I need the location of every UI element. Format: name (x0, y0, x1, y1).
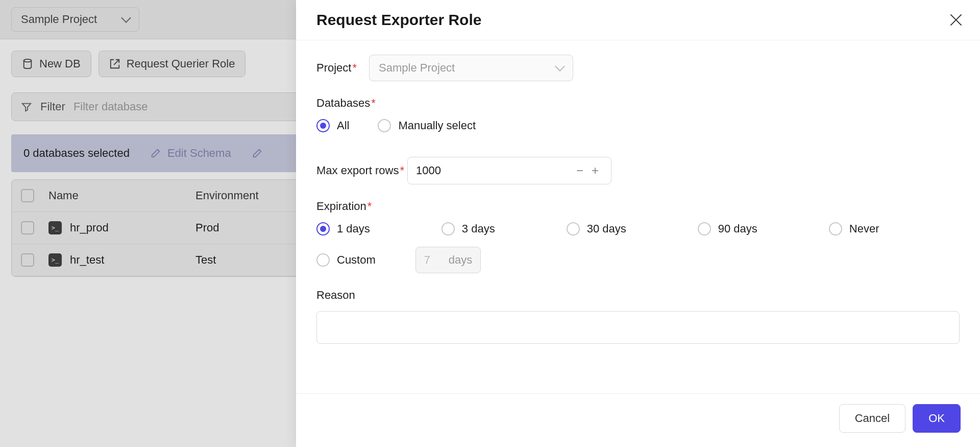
reason-row: Reason (316, 289, 960, 344)
radio-icon (316, 253, 330, 267)
radio-icon (567, 222, 580, 236)
project-select-value: Sample Project (379, 61, 455, 75)
radio-1day-label: 1 days (337, 222, 370, 236)
radio-never[interactable]: Never (829, 222, 879, 236)
databases-label: Databases* (316, 97, 376, 109)
required-mark: * (371, 97, 376, 109)
panel-footer: Cancel OK (296, 393, 980, 447)
radio-manual-label: Manually select (398, 119, 476, 132)
chevron-down-icon (555, 61, 565, 72)
panel-header: Request Exporter Role (296, 0, 980, 40)
databases-radio-group: All Manually select (316, 119, 960, 132)
custom-days-input[interactable]: 7 days (415, 247, 481, 273)
radio-icon (316, 222, 330, 236)
minus-icon[interactable]: − (572, 163, 587, 178)
project-row: Project* Sample Project (316, 55, 960, 81)
radio-1day[interactable]: 1 days (316, 222, 370, 236)
expiration-radio-group: 1 days 3 days 30 days 90 days Never (316, 222, 960, 236)
radio-3days[interactable]: 3 days (442, 222, 495, 236)
expiration-label-text: Expiration (316, 200, 366, 213)
ok-button[interactable]: OK (913, 404, 961, 433)
required-mark: * (400, 164, 404, 177)
radio-icon (698, 222, 711, 236)
radio-custom[interactable]: Custom (316, 253, 376, 267)
project-label: Project* (316, 61, 357, 75)
radio-never-label: Never (849, 222, 879, 236)
databases-label-text: Databases (316, 97, 370, 109)
project-label-text: Project (316, 61, 351, 74)
custom-days-unit: days (449, 253, 472, 267)
cancel-button[interactable]: Cancel (839, 404, 905, 433)
plus-icon[interactable]: + (587, 163, 603, 178)
close-icon[interactable] (949, 13, 963, 27)
expiration-label: Expiration* (316, 200, 372, 213)
required-mark: * (368, 200, 372, 213)
radio-all-label: All (337, 119, 349, 132)
radio-all[interactable]: All (316, 119, 349, 132)
custom-days-value: 7 (424, 253, 445, 267)
request-exporter-panel: Request Exporter Role Project* Sample Pr… (296, 0, 980, 447)
expiration-custom-row: Custom 7 days (316, 247, 960, 273)
reason-input[interactable] (316, 311, 960, 344)
radio-90days-label: 90 days (718, 222, 757, 236)
radio-icon (442, 222, 455, 236)
radio-30days[interactable]: 30 days (567, 222, 626, 236)
maxrows-label-text: Max export rows (316, 164, 399, 177)
maxrows-input[interactable]: 1000 − + (407, 157, 611, 184)
maxrows-row: Max export rows* 1000 − + (316, 148, 960, 184)
reason-label: Reason (316, 289, 355, 301)
radio-icon (316, 119, 330, 132)
required-mark: * (352, 61, 357, 74)
radio-icon (378, 119, 391, 132)
radio-30days-label: 30 days (587, 222, 626, 236)
maxrows-value: 1000 (416, 164, 572, 177)
expiration-row: Expiration* 1 days 3 days 30 days 90 da (316, 200, 960, 273)
radio-custom-label: Custom (337, 253, 376, 267)
radio-90days[interactable]: 90 days (698, 222, 757, 236)
radio-icon (829, 222, 842, 236)
project-select[interactable]: Sample Project (369, 55, 573, 81)
maxrows-label: Max export rows* (316, 164, 407, 177)
radio-manual[interactable]: Manually select (378, 119, 476, 132)
radio-3days-label: 3 days (462, 222, 495, 236)
databases-row: Databases* All Manually select (316, 97, 960, 132)
panel-title: Request Exporter Role (316, 11, 481, 29)
panel-body: Project* Sample Project Databases* All M… (296, 40, 980, 393)
